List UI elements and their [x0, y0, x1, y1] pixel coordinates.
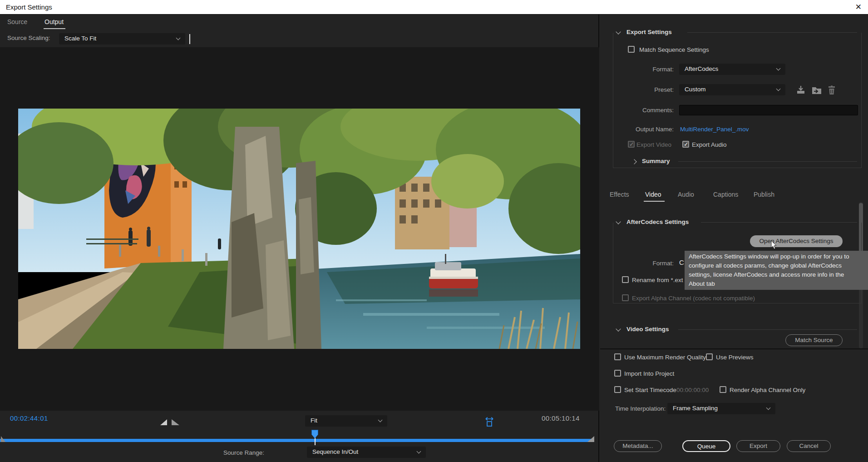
close-icon[interactable]: ✕ [855, 2, 862, 12]
window-titlebar: Export Settings ✕ [0, 0, 868, 15]
rename-ext-checkbox[interactable] [622, 276, 629, 283]
codec-format-label: Format: [618, 260, 674, 267]
save-preset-icon[interactable] [796, 85, 806, 96]
export-video-checkbox [628, 141, 635, 148]
chevron-down-icon [378, 418, 383, 422]
use-previews-label: Use Previews [716, 354, 754, 361]
video-settings-header: Video Settings [626, 326, 669, 333]
aftercodecs-header: AfterCodecs Settings [626, 219, 689, 225]
codec-format-value-partial[interactable]: C [679, 258, 684, 266]
tab-output[interactable]: Output [44, 18, 64, 25]
video-frame [18, 109, 580, 349]
panel-divider [600, 348, 868, 349]
window-title: Export Settings [6, 3, 52, 11]
use-previews-checkbox[interactable] [706, 353, 713, 360]
tab-publish[interactable]: Publish [754, 191, 774, 198]
comments-input[interactable] [679, 105, 858, 115]
tooltip: AfterCodecs Settings window will pop-up … [685, 251, 868, 290]
import-preset-icon[interactable] [811, 85, 822, 96]
preset-dropdown[interactable]: Custom [679, 84, 785, 95]
export-button[interactable]: Export [736, 440, 780, 452]
tab-effects[interactable]: Effects [610, 191, 629, 198]
format-label: Format: [618, 66, 674, 73]
export-settings-panel: Export Settings Match Sequence Settings … [600, 15, 868, 462]
export-settings-header: Export Settings [626, 29, 672, 35]
max-render-quality-label: Use Maximum Render Quality [624, 354, 706, 361]
mouse-cursor [771, 241, 777, 251]
max-render-quality-checkbox[interactable] [614, 353, 621, 360]
metadata-button[interactable]: Metadata... [614, 440, 662, 452]
tab-output-underline [44, 28, 65, 29]
match-source-button[interactable]: Match Source [785, 334, 843, 346]
timeline-bar[interactable] [0, 439, 593, 442]
import-into-project-label: Import Into Project [624, 370, 674, 377]
chevron-down-icon [176, 36, 181, 40]
preview-area [0, 47, 599, 411]
output-name-label: Output Name: [618, 126, 674, 133]
delete-preset-icon[interactable] [827, 85, 836, 96]
preview-panel: Source Output Source Scaling: Scale To F… [0, 15, 599, 462]
rename-ext-label: Rename from *.ext [632, 277, 683, 283]
output-name-link[interactable]: MultiRender_Panel_.mov [680, 126, 749, 133]
preset-label: Preset: [618, 86, 674, 93]
source-range-label: Source Range: [223, 449, 264, 456]
section-rule [701, 222, 857, 223]
export-audio-label: Export Audio [692, 141, 727, 148]
format-dropdown[interactable]: AfterCodecs [679, 64, 785, 75]
out-point-icon[interactable] [172, 419, 179, 425]
time-interpolation-dropdown[interactable]: Frame Sampling [667, 403, 775, 414]
section-rule [678, 161, 857, 162]
current-timecode[interactable]: 00:02:44:01 [10, 414, 48, 422]
export-alpha-label: Export Alpha Channel (codec not compatib… [632, 295, 755, 302]
chevron-down-icon [776, 87, 781, 91]
duration-timecode: 00:05:10:14 [542, 414, 580, 422]
section-rule [678, 329, 857, 330]
source-scaling-dropdown[interactable]: Scale To Fit [59, 33, 185, 45]
render-alpha-only-checkbox[interactable] [720, 386, 726, 393]
export-video-label: Export Video [636, 141, 671, 148]
import-into-project-checkbox[interactable] [614, 370, 621, 377]
start-timecode-value: 00:00:00:00 [676, 387, 709, 393]
match-sequence-label: Match Sequence Settings [639, 46, 709, 53]
pane-divider [189, 34, 190, 44]
source-range-dropdown[interactable]: Sequence In/Out [307, 447, 426, 458]
tab-captions[interactable]: Captions [713, 191, 738, 198]
time-interpolation-label: Time Interpolation: [615, 405, 666, 412]
set-start-timecode-label: Set Start Timecode [624, 387, 676, 393]
playhead-handle[interactable] [311, 430, 318, 438]
comments-label: Comments: [618, 107, 674, 114]
source-scaling-label: Source Scaling: [7, 35, 50, 41]
source-range-icon[interactable] [484, 416, 495, 429]
zoom-fit-dropdown[interactable]: Fit [305, 415, 387, 427]
tab-source[interactable]: Source [7, 18, 27, 25]
cancel-button[interactable]: Cancel [787, 440, 831, 452]
tab-video[interactable]: Video [645, 191, 661, 198]
match-sequence-checkbox[interactable] [628, 46, 635, 53]
set-start-timecode-checkbox[interactable] [614, 386, 621, 393]
collapse-icon[interactable] [616, 326, 621, 331]
open-aftercodecs-button[interactable]: Open AfterCodecs Settings [750, 235, 843, 247]
render-alpha-only-label: Render Alpha Channel Only [730, 387, 805, 393]
queue-button[interactable]: Queue [682, 440, 730, 452]
in-point-icon[interactable] [160, 419, 167, 425]
tab-video-underline [644, 201, 665, 202]
chevron-down-icon [776, 66, 781, 71]
summary-header[interactable]: Summary [642, 158, 670, 164]
export-audio-checkbox[interactable] [682, 141, 689, 148]
section-rule [687, 32, 857, 33]
export-alpha-checkbox [622, 294, 629, 301]
tab-audio[interactable]: Audio [678, 191, 694, 198]
chevron-down-icon [766, 406, 771, 410]
chevron-down-icon [417, 449, 421, 454]
